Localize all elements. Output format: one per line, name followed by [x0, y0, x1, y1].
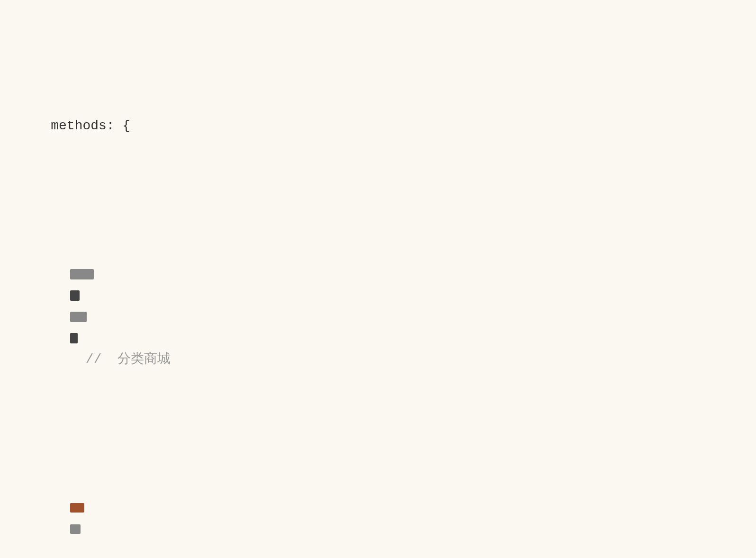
redacted-1a: [70, 269, 94, 279]
code-editor: methods: { // 分类商城 let p ; .sol' this: [19, 9, 737, 558]
redacted-1b: [70, 290, 80, 301]
line-blurred-2: [19, 477, 737, 558]
redacted-2a: [70, 503, 84, 513]
redacted-1c: [70, 312, 87, 322]
redacted-2b: [70, 524, 81, 534]
redacted-1d: [70, 333, 78, 343]
line-methods-open: methods: {: [19, 94, 737, 158]
line-blurred-1: // 分类商城: [19, 243, 737, 392]
